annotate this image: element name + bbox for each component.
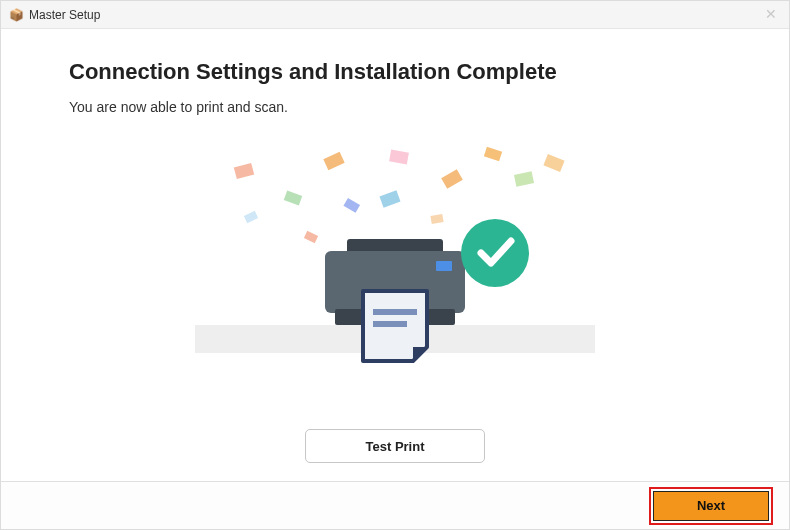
illustration-container xyxy=(185,135,605,429)
svg-rect-1 xyxy=(234,163,254,179)
svg-rect-3 xyxy=(323,152,344,170)
svg-rect-6 xyxy=(379,190,400,207)
svg-rect-12 xyxy=(244,211,258,223)
svg-rect-10 xyxy=(543,154,564,172)
svg-rect-13 xyxy=(430,214,443,224)
svg-rect-9 xyxy=(514,171,534,186)
svg-rect-2 xyxy=(284,191,302,206)
svg-rect-20 xyxy=(373,309,417,315)
svg-rect-7 xyxy=(441,169,463,188)
page-title: Connection Settings and Installation Com… xyxy=(69,59,721,85)
next-button-highlight: Next xyxy=(649,487,773,525)
test-print-button[interactable]: Test Print xyxy=(305,429,485,463)
svg-marker-19 xyxy=(413,347,427,361)
next-button[interactable]: Next xyxy=(653,491,769,521)
svg-rect-4 xyxy=(343,198,360,213)
box-icon: 📦 xyxy=(9,8,23,22)
bottom-bar: Next xyxy=(1,481,789,529)
svg-rect-16 xyxy=(436,261,452,271)
installer-window: 📦 Master Setup ✕ Connection Settings and… xyxy=(0,0,790,530)
page-subtext: You are now able to print and scan. xyxy=(69,99,721,115)
svg-point-22 xyxy=(461,219,529,287)
titlebar: 📦 Master Setup ✕ xyxy=(1,1,789,29)
svg-rect-8 xyxy=(484,147,502,161)
test-print-row: Test Print xyxy=(69,429,721,481)
svg-rect-5 xyxy=(389,150,409,165)
window-title: Master Setup xyxy=(29,8,100,22)
printer-success-illustration xyxy=(185,143,605,383)
close-icon[interactable]: ✕ xyxy=(765,7,777,21)
content-area: Connection Settings and Installation Com… xyxy=(1,29,789,481)
svg-rect-21 xyxy=(373,321,407,327)
checkmark-icon xyxy=(461,219,529,287)
svg-rect-11 xyxy=(304,231,318,243)
